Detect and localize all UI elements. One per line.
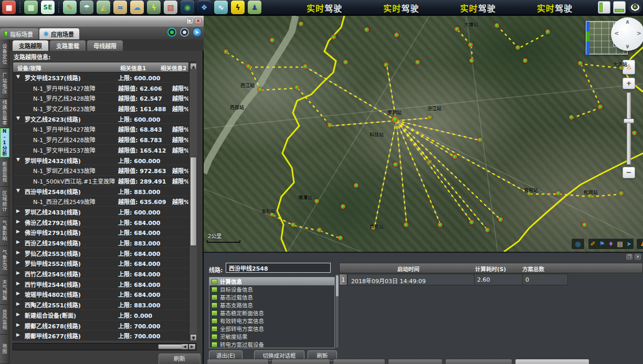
side-strip-item[interactable]: 台风监视: [0, 305, 9, 334]
side-strip-item[interactable]: 地图: [0, 335, 9, 364]
station-marker[interactable]: [294, 85, 299, 90]
calc-list-item[interactable]: 基态支路信息: [209, 301, 334, 309]
subtab-active[interactable]: 支路越限: [13, 40, 48, 51]
zoom-in-button[interactable]: +: [623, 78, 635, 89]
map-tool-locate[interactable]: ◎: [571, 238, 585, 250]
table-row[interactable]: ▶佛汾甲线2791(线路)上限: 684.000: [13, 227, 188, 238]
mode-label-realtime-2[interactable]: 实时驾驶: [383, 2, 419, 14]
scroll-thumb[interactable]: [190, 157, 197, 246]
station-marker[interactable]: [619, 191, 624, 196]
result-table-row[interactable]: 2018年09月03日 14:49:09 2.60 0: [347, 274, 568, 285]
station-marker[interactable]: [328, 123, 332, 127]
station-marker[interactable]: [341, 204, 345, 209]
subtab-item[interactable]: 母线越限: [87, 40, 123, 51]
collapse-icon[interactable]: ▼: [16, 74, 20, 79]
station-marker[interactable]: [317, 228, 322, 232]
record-icon[interactable]: [167, 28, 176, 37]
station-marker[interactable]: [498, 217, 503, 222]
table-row[interactable]: N-1_西汾乙线2549故障越限值: 635.609越限%: 71.9: [13, 196, 188, 207]
lightning-icon[interactable]: ϟ: [147, 1, 161, 14]
table-row[interactable]: N-1_罗文甲线2537故障越限值: 165.412越限%: 27.5: [13, 145, 188, 155]
expand-icon[interactable]: ▶: [16, 229, 20, 234]
station-marker[interactable]: [246, 64, 251, 69]
scroll-down-icon[interactable]: ▼: [190, 334, 197, 341]
pin-icon[interactable]: ♦: [606, 239, 615, 249]
table-row[interactable]: N-1_罗丹乙线2428故障越限值: 68.783越限%: 11.4: [13, 134, 188, 145]
mode-label-realtime-1[interactable]: 实时驾驶: [307, 2, 342, 14]
table-vertical-scrollbar[interactable]: ▲ ▼: [189, 62, 197, 341]
calc-list-item[interactable]: 转电方案过载设备: [209, 340, 334, 348]
calc-list-item[interactable]: 有效转电方案信息: [209, 317, 334, 325]
pan-up-icon[interactable]: ∧: [625, 18, 630, 25]
side-strip-item[interactable]: 气象实况: [0, 246, 9, 275]
station-marker[interactable]: [469, 220, 474, 224]
expand-icon[interactable]: ▶: [16, 208, 20, 213]
side-strip-item[interactable]: 气象影响: [0, 217, 9, 246]
table-row[interactable]: ▼罗文乙线2623(线路)上限: 600.000: [13, 114, 188, 124]
table-row[interactable]: ▶西竹乙线2545(线路)上限: 684.000: [13, 269, 188, 279]
station-marker[interactable]: [427, 115, 432, 120]
cloud-icon[interactable]: ☁: [130, 1, 144, 14]
station-marker[interactable]: [303, 64, 308, 69]
calc-list-item[interactable]: 基态稳定断面信息: [209, 309, 334, 317]
table-row[interactable]: ▼西汾甲线2548(线路)上限: 883.000: [13, 186, 188, 197]
table-row[interactable]: ▶罗仙甲线2552(线路)上限: 684.000: [13, 258, 188, 269]
table-row[interactable]: ▶罗圳乙线2433(线路)上限: 600.000: [13, 207, 188, 217]
layout-left-panel-icon[interactable]: [598, 1, 610, 14]
line-name-input[interactable]: [226, 263, 331, 273]
hscroll-thumb[interactable]: [158, 344, 182, 349]
station-marker[interactable]: [455, 27, 459, 31]
layers-error-icon[interactable]: ▧: [164, 1, 177, 14]
station-marker[interactable]: [343, 60, 348, 65]
bottom-panel-float-icon[interactable]: ❐: [626, 254, 633, 260]
expand-icon[interactable]: ▶: [16, 291, 20, 296]
table-row[interactable]: ▶西竹甲线2544(线路)上限: 684.000: [13, 279, 188, 290]
station-marker[interactable]: [384, 62, 388, 67]
expand-icon[interactable]: ▶: [16, 312, 20, 317]
station-marker[interactable]: [632, 131, 637, 135]
expand-icon[interactable]: ▶: [16, 260, 20, 265]
satellite-map[interactable]: 标注 卫星 ∧ ∨ < > ♙ + − 2公里 ◎ ✐⚑♦▤➤ ♟ 西江站西部站…: [204, 16, 643, 252]
mode-label-realtime-3[interactable]: 实时驾驶: [460, 2, 496, 14]
bottom-panel-close-icon[interactable]: ✕: [635, 254, 641, 260]
person-icon[interactable]: ♟: [639, 239, 643, 249]
refresh-button[interactable]: 刷新: [159, 354, 201, 364]
table-row[interactable]: ▶西陶乙线2551(线路)上限: 883.000: [13, 299, 188, 310]
table-row[interactable]: ▶顺鄱乙线2678(线路)上限: 700.000: [13, 320, 188, 331]
layout-bottom-panel-icon[interactable]: [613, 1, 626, 14]
station-marker[interactable]: [338, 235, 343, 240]
flag-icon[interactable]: ⚑: [597, 239, 606, 249]
station-marker[interactable]: [478, 137, 482, 142]
station-marker[interactable]: [299, 22, 303, 26]
expand-icon[interactable]: ▶: [16, 301, 20, 306]
table-horizontal-scrollbar[interactable]: ▶ ◀: [13, 343, 196, 350]
station-marker[interactable]: [331, 35, 336, 39]
signpost-icon[interactable]: ▤: [616, 239, 625, 249]
scroll-up-icon[interactable]: ▲: [190, 63, 197, 70]
panel-close-icon[interactable]: ✕: [195, 18, 202, 24]
expand-icon[interactable]: ▶: [16, 219, 20, 224]
station-marker[interactable]: [393, 162, 398, 167]
calc-list-item[interactable]: 计算信息: [209, 277, 334, 285]
zoom-slider-handle[interactable]: [624, 119, 634, 123]
station-marker[interactable]: [485, 228, 490, 232]
locate-target-icon[interactable]: ◎: [574, 239, 583, 249]
waves-icon[interactable]: ≈: [113, 1, 127, 14]
table-row[interactable]: ▶顺鄱甲线2677(线路)上限: 700.000: [13, 330, 188, 341]
station-marker[interactable]: [354, 183, 359, 188]
table-row[interactable]: N-1_罗圳乙线2433故障越限值: 972.863越限%: 162: [13, 165, 188, 176]
pan-right-icon[interactable]: >: [637, 30, 641, 37]
scroll-left-icon[interactable]: ◀: [182, 344, 188, 349]
station-marker[interactable]: [598, 104, 603, 109]
stop-circle-icon[interactable]: [180, 28, 189, 37]
operator-icon[interactable]: ♟: [248, 1, 261, 14]
station-marker[interactable]: [258, 87, 262, 92]
scroll-right-icon[interactable]: ▶: [189, 344, 195, 349]
table-row[interactable]: ▼罗圳甲线2432(线路)上限: 600.000: [13, 155, 188, 166]
side-strip-item[interactable]: 区域统计: [0, 187, 9, 216]
se-icon[interactable]: SE: [41, 1, 55, 14]
calc-list-item[interactable]: 基态过载信息: [209, 293, 334, 301]
table-row[interactable]: N-1_罗丹乙线2428故障越限值: 62.547越限%: 10.4: [13, 93, 188, 103]
mode-label-realtime-4[interactable]: 实时驾驶: [537, 2, 573, 14]
expand-icon[interactable]: ▶: [16, 322, 20, 327]
